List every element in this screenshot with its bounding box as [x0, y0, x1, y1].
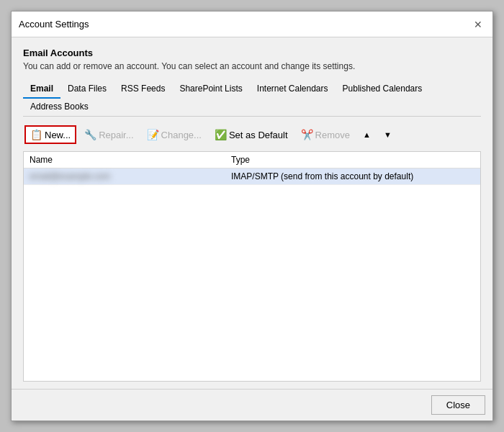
dialog-title: Account Settings	[19, 19, 89, 30]
tab-internet-calendars[interactable]: Internet Calendars	[250, 80, 336, 99]
tab-email[interactable]: Email	[23, 80, 60, 99]
repair-icon: 🔧	[84, 129, 96, 140]
change-label: Change...	[161, 130, 202, 140]
move-down-icon: ▼	[384, 130, 392, 139]
tab-rss-feeds[interactable]: RSS Feeds	[114, 80, 172, 99]
remove-button[interactable]: ✂️ Remove	[296, 126, 355, 143]
move-up-icon: ▲	[363, 130, 371, 139]
account-settings-dialog: Account Settings ✕ Email Accounts You ca…	[11, 11, 493, 421]
account-type: IMAP/SMTP (send from this account by def…	[231, 171, 474, 181]
title-bar: Account Settings ✕	[12, 12, 492, 37]
new-label: New...	[45, 130, 71, 140]
move-up-button[interactable]: ▲	[358, 127, 376, 142]
remove-icon: ✂️	[301, 129, 313, 140]
account-name: email@example.com	[30, 171, 231, 181]
table-header: Name Type	[24, 152, 480, 168]
accounts-table: Name Type email@example.com IMAP/SMTP (s…	[23, 151, 481, 382]
set-default-label: Set as Default	[229, 130, 288, 140]
change-icon: 📝	[147, 129, 159, 140]
col-header-type: Type	[231, 155, 474, 165]
change-button[interactable]: 📝 Change...	[142, 126, 207, 143]
tab-sharepoint-lists[interactable]: SharePoint Lists	[172, 80, 249, 99]
toolbar: 📋 New... 🔧 Repair... 📝 Change... ✅ Set a…	[23, 122, 481, 147]
section-heading: Email Accounts	[23, 48, 481, 58]
dialog-footer: Close	[12, 389, 492, 420]
remove-label: Remove	[315, 130, 350, 140]
new-button[interactable]: 📋 New...	[24, 125, 76, 144]
title-bar-close-button[interactable]: ✕	[471, 17, 485, 32]
section-description: You can add or remove an account. You ca…	[23, 61, 481, 71]
repair-label: Repair...	[99, 130, 133, 140]
set-default-icon: ✅	[215, 129, 227, 140]
col-header-name: Name	[30, 155, 231, 165]
dialog-body: Email Accounts You can add or remove an …	[12, 37, 492, 389]
tab-published-calendars[interactable]: Published Calendars	[336, 80, 430, 99]
new-icon: 📋	[30, 129, 42, 140]
repair-button[interactable]: 🔧 Repair...	[79, 126, 138, 143]
table-row[interactable]: email@example.com IMAP/SMTP (send from t…	[24, 168, 480, 185]
tab-address-books[interactable]: Address Books	[23, 98, 96, 117]
move-down-button[interactable]: ▼	[379, 127, 397, 142]
tabs-container: Email Data Files RSS Feeds SharePoint Li…	[23, 80, 481, 117]
set-default-button[interactable]: ✅ Set as Default	[210, 126, 293, 143]
close-button[interactable]: Close	[431, 395, 485, 415]
tab-data-files[interactable]: Data Files	[60, 80, 114, 99]
